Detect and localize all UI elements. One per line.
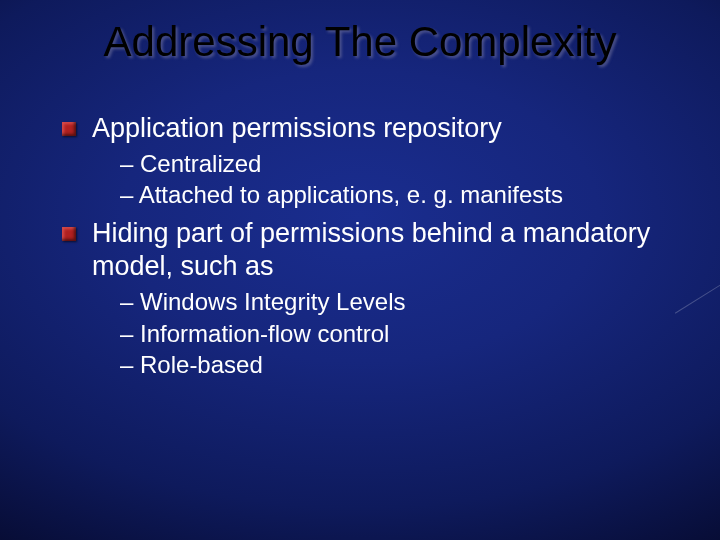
bullet-item-2: Hiding part of permissions behind a mand… [62,217,680,283]
bullet-text: Hiding part of permissions behind a mand… [92,218,650,281]
slide: Addressing The Complexity Application pe… [0,0,720,540]
sub-item: – Windows Integrity Levels [62,287,680,316]
square-bullet-icon [62,227,76,241]
bullet-text: Application permissions repository [92,113,502,143]
sub-item: – Role-based [62,350,680,379]
sub-item: – Centralized [62,149,680,178]
slide-body: Application permissions repository – Cen… [62,112,680,381]
slide-title: Addressing The Complexity [0,18,720,66]
sub-item: – Information-flow control [62,319,680,348]
sub-item: – Attached to applications, e. g. manife… [62,180,680,209]
decorative-line [675,281,720,314]
square-bullet-icon [62,122,76,136]
bullet-item-1: Application permissions repository [62,112,680,145]
